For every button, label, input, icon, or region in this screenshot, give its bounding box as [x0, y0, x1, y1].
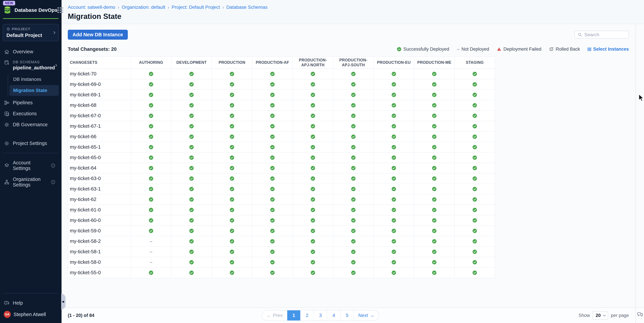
deployed-check-icon	[310, 270, 315, 275]
changeset-name: my-ticket-63-1	[68, 184, 131, 194]
status-cell-deployed	[252, 121, 293, 132]
result-range-label: (1 - 20) of 84	[68, 313, 94, 318]
breadcrumb-link[interactable]: Database Schemas	[226, 5, 268, 10]
page-title: Migration State	[68, 12, 629, 21]
breadcrumb-separator: ›	[118, 5, 119, 10]
deployed-check-icon	[189, 72, 194, 76]
status-cell-deployed	[414, 236, 455, 247]
prev-page-button[interactable]: ←Prev	[262, 310, 288, 320]
status-cell-deployed	[212, 205, 252, 215]
changeset-name: my-ticket-64	[68, 163, 131, 173]
deployed-check-icon	[397, 47, 402, 52]
legend-successfully-deployed: Successfully Deployed	[397, 47, 449, 52]
legend-label: Deployment Failed	[504, 47, 541, 52]
deployed-check-icon	[149, 228, 154, 233]
sidebar-item-pipelines[interactable]: Pipelines	[0, 97, 62, 108]
status-cell-deployed	[333, 90, 374, 100]
sidebar-item-organization-settings[interactable]: Organization Settings	[0, 174, 62, 190]
deployed-check-icon	[432, 113, 437, 118]
page-number-button[interactable]: 3	[314, 310, 327, 320]
sidebar: NEW Database DevOps PROJECT Default Proj…	[0, 0, 62, 323]
sidebar-item-db-instances[interactable]: DB Instances	[8, 74, 62, 84]
deployed-check-icon	[351, 249, 356, 254]
status-cell-deployed	[252, 184, 293, 194]
column-header: PRODUCTION-EU	[374, 57, 414, 69]
feedback-chat-icon[interactable]	[637, 311, 643, 317]
deployed-check-icon	[351, 218, 356, 223]
home-icon	[4, 49, 10, 55]
deployed-check-icon	[392, 155, 396, 160]
changeset-name: my-ticket-62	[68, 194, 131, 205]
status-cell-deployed	[252, 268, 293, 278]
deployed-check-icon	[472, 239, 477, 244]
search-box[interactable]	[574, 31, 629, 39]
deployed-check-icon	[149, 270, 154, 275]
deployed-check-icon	[270, 260, 275, 265]
total-changesets-label: Total Changesets: 20	[68, 46, 117, 52]
status-cell-deployed	[293, 142, 333, 153]
status-cell-deployed	[374, 257, 414, 268]
search-input[interactable]	[584, 32, 626, 38]
deployed-check-icon	[230, 103, 234, 108]
sidebar-collapse-handle[interactable]: ◀	[61, 294, 66, 309]
deployed-check-icon	[432, 270, 437, 275]
status-cell-deployed	[131, 215, 172, 226]
status-cell-deployed	[212, 215, 252, 226]
project-switcher[interactable]: PROJECT Default Project ›	[3, 24, 59, 41]
add-new-db-instance-button[interactable]: Add New DB Instance	[68, 30, 128, 40]
deployed-check-icon	[432, 72, 437, 76]
sidebar-item-db-schemas[interactable]: DB SCHEMAS pipeline_authored ›	[0, 57, 62, 73]
sidebar-item-overview[interactable]: Overview	[0, 46, 62, 57]
svg-text:?: ?	[6, 301, 7, 303]
legend-label: Rolled Back	[556, 47, 580, 52]
user-menu[interactable]: SA Stephen Atwell	[0, 308, 62, 323]
column-header: DEVELOPMENT	[172, 57, 212, 69]
per-page-label: per page	[611, 313, 629, 318]
page-number-button[interactable]: 2	[300, 310, 314, 320]
deployed-check-icon	[392, 260, 396, 265]
sidebar-item-project-settings[interactable]: Project Settings	[0, 138, 62, 149]
breadcrumb-link[interactable]: Account: satwell-demo	[68, 5, 115, 10]
status-cell-deployed	[172, 236, 212, 247]
deployed-check-icon	[351, 166, 356, 170]
page-number-button[interactable]: 5	[340, 310, 354, 320]
deployed-check-icon	[392, 208, 396, 212]
apps-grid-icon[interactable]	[58, 7, 63, 13]
deployed-check-icon	[189, 270, 194, 275]
status-cell-deployed	[252, 205, 293, 215]
deployed-check-icon	[189, 113, 194, 118]
deployed-check-icon	[392, 197, 396, 202]
status-cell-deployed	[374, 226, 414, 236]
deployed-check-icon	[472, 113, 477, 118]
deployed-check-icon	[230, 166, 234, 170]
info-icon[interactable]	[51, 180, 56, 184]
sidebar-item-account-settings[interactable]: Account Settings	[0, 157, 62, 174]
next-page-button[interactable]: Next→	[354, 310, 379, 320]
divider	[3, 293, 58, 293]
scrollbar-track[interactable]	[636, 24, 636, 323]
status-cell-deployed	[414, 268, 455, 278]
status-cell-deployed	[172, 215, 212, 226]
page-size-select[interactable]: 20	[592, 311, 608, 320]
breadcrumb-link[interactable]: Organization: default	[122, 5, 165, 10]
status-cell-deployed	[212, 184, 252, 194]
page-number-button[interactable]: 1	[287, 310, 300, 320]
not-deployed-dash-icon: –	[150, 249, 152, 254]
sidebar-item-label: DB Governance	[13, 122, 48, 127]
select-instances-button[interactable]: Select Instances	[588, 47, 629, 52]
status-cell-deployed	[131, 153, 172, 163]
page-number-button[interactable]: 4	[327, 310, 340, 320]
sidebar-item-help[interactable]: ? Help	[0, 297, 62, 308]
breadcrumb-link[interactable]: Project: Default Project	[172, 5, 220, 10]
deployed-check-icon	[432, 103, 437, 108]
sidebar-item-db-governance[interactable]: DB Governance	[0, 119, 62, 130]
status-cell-deployed	[131, 132, 172, 142]
status-cell-deployed	[252, 79, 293, 90]
changeset-name: my-ticket-61-0	[68, 205, 131, 215]
page-size-value: 20	[596, 313, 601, 318]
status-cell-deployed	[414, 215, 455, 226]
info-icon[interactable]	[51, 163, 56, 168]
sidebar-item-migration-state[interactable]: Migration State	[10, 85, 59, 96]
changeset-name: my-ticket-60-0	[68, 215, 131, 226]
sidebar-item-executions[interactable]: Executions	[0, 108, 62, 119]
